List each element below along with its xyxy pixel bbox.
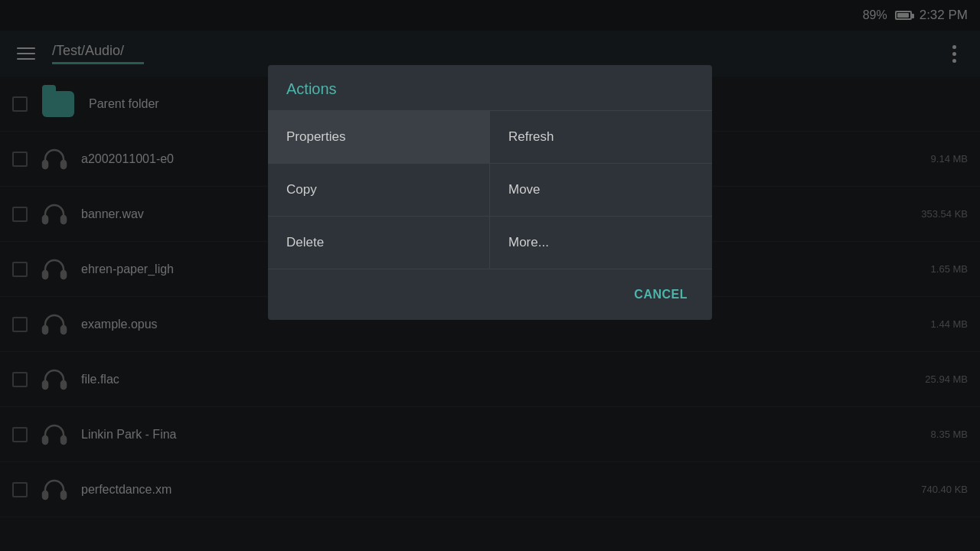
copy-button[interactable]: Copy [268,164,490,217]
cancel-button[interactable]: CANCEL [622,279,700,311]
refresh-button[interactable]: Refresh [490,111,712,164]
properties-button[interactable]: Properties [268,111,490,164]
actions-dialog: Actions Properties Refresh Copy Move Del… [268,65,712,320]
delete-button[interactable]: Delete [268,217,490,269]
move-button[interactable]: Move [490,164,712,217]
more-button[interactable]: More... [490,217,712,269]
dialog-grid: Properties Refresh Copy Move Delete More… [268,110,712,269]
dialog-title: Actions [268,65,712,110]
dialog-footer: CANCEL [268,269,712,320]
